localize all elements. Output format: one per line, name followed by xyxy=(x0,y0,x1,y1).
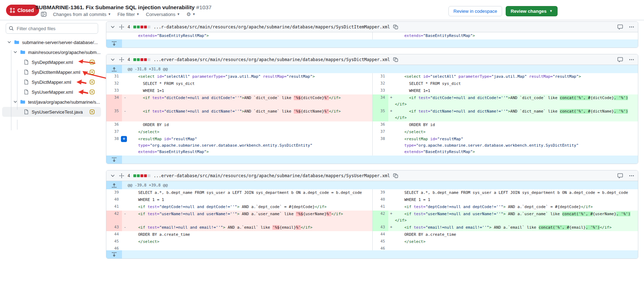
code-line: </select> xyxy=(128,238,372,245)
chevron-down-icon: ▼ xyxy=(108,13,111,16)
line-number[interactable]: 38 xyxy=(373,136,388,156)
collapse-file-chevron-icon[interactable] xyxy=(110,57,116,62)
line-number[interactable]: 34 xyxy=(373,94,388,108)
file-path[interactable]: ...r-database/src/main/resources/org/apa… xyxy=(154,25,390,29)
line-number[interactable]: 37 xyxy=(106,129,122,136)
comment-icon[interactable] xyxy=(617,24,623,30)
diff-marker xyxy=(388,231,394,238)
drag-handle-icon[interactable] xyxy=(119,173,124,179)
code-line: extends="BaseEntityResultMap"> xyxy=(394,32,638,39)
line-number[interactable]: 45 xyxy=(373,238,388,245)
tree-folder-main-resources-org-apache-subm-[interactable]: main/resources/org/apache/subm... xyxy=(2,47,101,57)
line-number[interactable]: 31 xyxy=(373,73,388,80)
line-number[interactable]: 36 xyxy=(106,121,122,129)
kebab-menu-icon[interactable] xyxy=(629,57,634,62)
line-number[interactable]: 38 xyxy=(106,136,122,156)
expand-down-icon[interactable] xyxy=(111,157,117,163)
drag-handle-icon[interactable] xyxy=(119,24,124,30)
pr-status-badge: Closed xyxy=(6,5,39,16)
line-number[interactable]: 39 xyxy=(106,189,122,196)
file-icon xyxy=(23,79,29,85)
hunk-header-row: @@ -31,8 +31,8 @@ xyxy=(106,65,638,73)
expand-down-icon[interactable] xyxy=(111,41,117,47)
tree-item-label: test/java/org/apache/submarine/s... xyxy=(28,99,100,105)
hunk-range-text: @@ -31,8 +31,8 @@ xyxy=(122,67,168,71)
expand-down-icon[interactable] xyxy=(111,252,117,257)
line-number[interactable]: 40 xyxy=(373,196,388,203)
comment-icon[interactable] xyxy=(617,57,623,62)
line-number[interactable]: 43 xyxy=(106,224,122,231)
copy-path-icon[interactable] xyxy=(393,173,399,179)
drag-handle-icon[interactable] xyxy=(119,57,124,62)
line-number[interactable]: 36 xyxy=(373,121,388,129)
line-number[interactable]: 42 xyxy=(373,211,388,224)
comment-icon[interactable] xyxy=(617,173,623,179)
line-number[interactable]: 35 xyxy=(373,108,388,121)
line-number[interactable]: 43 xyxy=(373,224,388,231)
diff-side-new: 41 <if test="deptCode!=null and deptCode… xyxy=(372,203,638,211)
kebab-menu-icon[interactable] xyxy=(629,173,634,179)
chevron-down-icon[interactable] xyxy=(7,40,11,44)
file-path[interactable]: ...erver-database/src/main/resources/org… xyxy=(154,57,390,62)
diff-side-old: 35- <if test="dictName!=null and dictNam… xyxy=(106,108,372,121)
expand-diff-button[interactable] xyxy=(106,156,122,164)
pr-status-label: Closed xyxy=(17,7,34,13)
expand-hunk-button[interactable] xyxy=(106,181,122,189)
line-number[interactable]: 41 xyxy=(373,203,388,211)
line-number[interactable]: 35 xyxy=(106,108,122,121)
collapse-file-chevron-icon[interactable] xyxy=(110,24,116,30)
line-number[interactable]: 45 xyxy=(106,238,122,245)
line-number[interactable]: 40 xyxy=(106,196,122,203)
line-number[interactable]: 39 xyxy=(373,189,388,196)
code-line xyxy=(394,245,638,250)
line-number[interactable]: 34 xyxy=(106,94,122,108)
line-number[interactable]: 33 xyxy=(373,87,388,94)
expand-up-icon[interactable] xyxy=(111,183,117,188)
diff-settings-menu[interactable]: ⚙ ▼ xyxy=(186,11,195,17)
collapse-sidebar-button[interactable] xyxy=(41,11,47,17)
line-number[interactable]: 42 xyxy=(106,211,122,224)
expand-diff-button[interactable] xyxy=(106,39,122,48)
chevron-down-icon[interactable] xyxy=(13,50,17,54)
file-path[interactable]: ...erver-database/src/main/resources/org… xyxy=(154,173,390,178)
expand-diff-button[interactable] xyxy=(106,250,122,258)
expand-hunk-button[interactable] xyxy=(106,65,122,73)
line-number[interactable]: 44 xyxy=(373,231,388,238)
line-number[interactable]: 41 xyxy=(106,203,122,211)
code-line: <resultMap id="resultMap" type="org.apac… xyxy=(128,136,372,156)
diff-panels: 4...r-database/src/main/resources/org/ap… xyxy=(103,20,644,283)
tree-file-sysdeptmapper-xml[interactable]: SysDeptMapper.xml xyxy=(2,57,101,67)
line-number[interactable]: 37 xyxy=(373,129,388,136)
diff-side-old: 34- <if test="dictCode!=null and dictCod… xyxy=(106,94,372,108)
search-icon xyxy=(9,26,14,31)
line-number[interactable]: 46 xyxy=(373,245,388,250)
add-comment-button[interactable]: + xyxy=(121,136,127,142)
conversations-menu[interactable]: Conversations▼ xyxy=(146,12,180,17)
file-modified-icon xyxy=(90,89,95,94)
line-number[interactable]: 31 xyxy=(106,73,122,80)
line-number[interactable] xyxy=(106,32,122,39)
line-number[interactable]: 33 xyxy=(106,87,122,94)
review-changes-button[interactable]: Review changes ▼ xyxy=(506,6,558,16)
expand-up-icon[interactable] xyxy=(111,66,117,72)
review-in-codespace-button[interactable]: Review in codespace xyxy=(448,6,502,16)
expand-diff-row xyxy=(106,39,638,48)
code-row: 39 SELECT a.*, b.dept_name FROM sys_user… xyxy=(106,189,638,196)
kebab-menu-icon[interactable] xyxy=(629,24,634,30)
code-row: 42- <if test="userName!=null and userNam… xyxy=(106,211,638,224)
changes-from-menu[interactable]: Changes from all commits▼ xyxy=(53,12,111,17)
copy-path-icon[interactable] xyxy=(393,24,399,30)
collapse-file-chevron-icon[interactable] xyxy=(110,173,116,179)
code-row: 35- <if test="dictName!=null and dictNam… xyxy=(106,108,638,121)
line-number[interactable]: 32 xyxy=(373,80,388,87)
line-number[interactable] xyxy=(373,32,388,39)
diff-marker xyxy=(122,231,128,238)
tree-folder-submarine-server-server-database-[interactable]: submarine-server/server-database/... xyxy=(2,37,101,47)
line-number[interactable]: 44 xyxy=(106,231,122,238)
file-filter-menu[interactable]: File filter▼ xyxy=(117,12,139,17)
filter-changed-files-input[interactable] xyxy=(6,23,98,34)
line-number[interactable]: 32 xyxy=(106,80,122,87)
copy-path-icon[interactable] xyxy=(393,57,399,62)
line-number[interactable]: 46 xyxy=(106,245,122,250)
diff-side-new: 31 <select id="selectAll" parameterType=… xyxy=(372,73,638,80)
